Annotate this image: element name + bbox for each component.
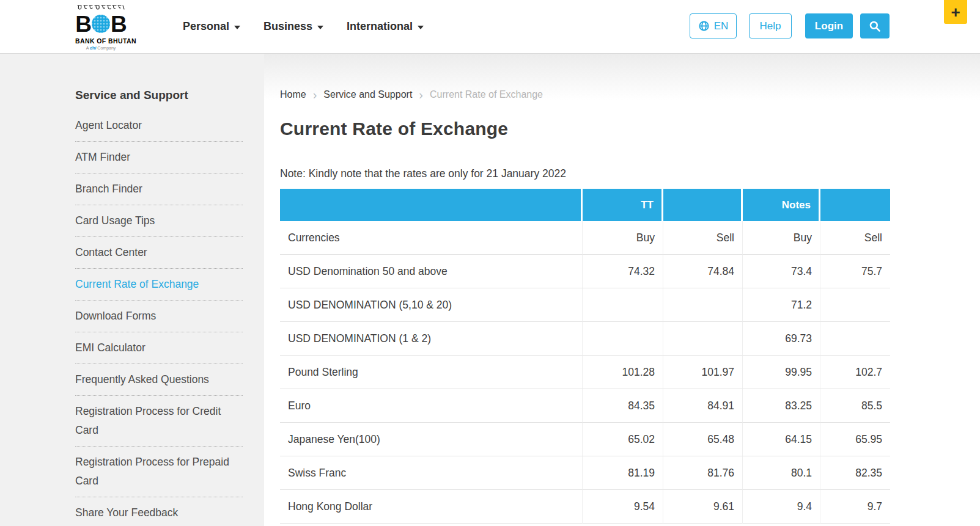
rate-cell: 73.4 [743, 255, 820, 288]
rate-cell: 99.95 [743, 356, 820, 389]
rate-cell: 81.76 [663, 456, 743, 490]
chevron-down-icon [317, 26, 323, 29]
currency-cell: Pound Sterling [280, 356, 583, 389]
rate-cell [663, 322, 743, 356]
tagline-brand: dhi [90, 46, 97, 50]
rate-cell: 101.97 [663, 356, 743, 389]
logo-wordmark: B B [75, 13, 127, 35]
sidebar-item-registration-process-for-credit-card[interactable]: Registration Process for Credit Card [75, 396, 243, 447]
rate-cell: Sell [820, 221, 890, 255]
currency-cell: Japanese Yen(100) [280, 423, 583, 456]
help-button[interactable]: Help [749, 13, 792, 38]
chevron-down-icon [234, 26, 240, 29]
rate-cell [663, 288, 743, 322]
rate-cell: 9.54 [583, 490, 663, 524]
breadcrumb: Home › Service and Support › Current Rat… [280, 89, 980, 100]
page-body: Service and Support Agent LocatorATM Fin… [0, 54, 980, 526]
rate-cell: Buy [743, 221, 820, 255]
site-header: B B BANK OF BHUTAN A dhi Company Persona… [0, 0, 980, 54]
table-row: Swiss Franc81.1981.7680.182.35 [280, 456, 890, 490]
primary-nav: PersonalBusinessInternational [183, 20, 424, 33]
rate-cell: 9.61 [663, 490, 743, 524]
rate-cell: Buy [583, 221, 663, 255]
nav-item-business[interactable]: Business [263, 20, 323, 33]
column-header-empty [820, 189, 890, 221]
sidebar-item-current-rate-of-exchange[interactable]: Current Rate of Exchange [75, 269, 243, 301]
rate-cell: 69.73 [743, 322, 820, 356]
rate-cell: 64.15 [743, 423, 820, 456]
main-content: Home › Service and Support › Current Rat… [264, 54, 980, 526]
rate-cell: 65.95 [820, 423, 890, 456]
currency-cell: Hong Kong Dollar [280, 490, 583, 524]
rate-cell [820, 322, 890, 356]
logo-letter-left: B [75, 13, 91, 35]
sidebar-menu: Agent LocatorATM FinderBranch FinderCard… [75, 110, 243, 526]
sidebar-item-frequently-asked-questions[interactable]: Frequently Asked Questions [75, 364, 243, 396]
table-row: USD Denomination 50 and above74.3274.847… [280, 255, 890, 288]
sidebar-item-contact-center[interactable]: Contact Center [75, 237, 243, 269]
bank-logo[interactable]: B B BANK OF BHUTAN A dhi Company [75, 4, 127, 50]
language-label: EN [714, 20, 729, 32]
sidebar-item-branch-finder[interactable]: Branch Finder [75, 174, 243, 205]
table-row: USD DENOMINATION (1 & 2)69.73 [280, 322, 890, 356]
sidebar-item-share-your-feedback[interactable]: Share Your Feedback [75, 497, 243, 526]
nav-item-label: Business [263, 20, 312, 33]
chevron-down-icon [418, 26, 424, 29]
column-header-tt: TT [583, 189, 663, 221]
column-header-notes: Notes [743, 189, 820, 221]
rate-cell: 84.35 [583, 389, 663, 423]
accessibility-expand-button[interactable]: + [944, 0, 967, 24]
table-row: Euro84.3584.9183.2585.5 [280, 389, 890, 423]
dzongkha-script [76, 4, 125, 12]
rates-note: Note: Kindly note that the rates are onl… [280, 167, 980, 180]
rate-cell: 85.5 [820, 389, 890, 423]
logo-tagline: A dhi Company [75, 46, 127, 50]
breadcrumb-home[interactable]: Home [280, 89, 306, 100]
chevron-right-icon: › [313, 90, 317, 100]
nav-item-international[interactable]: International [347, 20, 424, 33]
nav-item-label: International [347, 20, 413, 33]
breadcrumb-service-and-support[interactable]: Service and Support [323, 89, 412, 100]
column-header-empty [663, 189, 743, 221]
table-row: USD DENOMINATION (5,10 & 20)71.2 [280, 288, 890, 322]
sidebar: Service and Support Agent LocatorATM Fin… [0, 54, 264, 526]
sidebar-item-card-usage-tips[interactable]: Card Usage Tips [75, 205, 243, 237]
login-button[interactable]: Login [805, 13, 853, 38]
rate-cell: 101.28 [583, 356, 663, 389]
tagline-suffix: Company [97, 46, 116, 50]
sidebar-item-registration-process-for-prepaid-card[interactable]: Registration Process for Prepaid Card [75, 447, 243, 497]
table-row: Hong Kong Dollar9.549.619.49.7 [280, 490, 890, 524]
table-subheader-row: CurrenciesBuySellBuySell [280, 221, 890, 255]
sidebar-item-atm-finder[interactable]: ATM Finder [75, 142, 243, 174]
rate-cell: 74.84 [663, 255, 743, 288]
currency-cell: Swiss Franc [280, 456, 583, 490]
rate-cell: Sell [663, 221, 743, 255]
rate-cell: 65.48 [663, 423, 743, 456]
nav-item-personal[interactable]: Personal [183, 20, 240, 33]
rate-cell: 9.7 [820, 490, 890, 524]
header-actions: EN Help Login [690, 13, 890, 38]
rate-cell: 9.4 [743, 490, 820, 524]
currency-cell: USD DENOMINATION (1 & 2) [280, 322, 583, 356]
currency-cell: USD DENOMINATION (5,10 & 20) [280, 288, 583, 322]
currency-cell: Euro [280, 389, 583, 423]
rate-cell: 71.2 [743, 288, 820, 322]
sidebar-item-download-forms[interactable]: Download Forms [75, 301, 243, 332]
language-button[interactable]: EN [690, 13, 737, 38]
tagline-prefix: A [86, 46, 89, 50]
rate-cell: 80.1 [743, 456, 820, 490]
currency-cell: Currencies [280, 221, 583, 255]
sidebar-item-emi-calculator[interactable]: EMI Calculator [75, 332, 243, 364]
search-icon [869, 20, 881, 32]
breadcrumb-current: Current Rate of Exchange [430, 89, 543, 100]
sidebar-item-agent-locator[interactable]: Agent Locator [75, 110, 243, 142]
page-title: Current Rate of Exchange [280, 119, 980, 139]
currency-cell: USD Denomination 50 and above [280, 255, 583, 288]
search-button[interactable] [860, 13, 890, 38]
nav-item-label: Personal [183, 20, 229, 33]
rate-cell: 75.7 [820, 255, 890, 288]
rate-cell [583, 288, 663, 322]
exchange-rate-table: TTNotes CurrenciesBuySellBuySellUSD Deno… [280, 189, 890, 524]
logo-circle-icon [92, 15, 110, 33]
chevron-right-icon: › [419, 90, 423, 100]
